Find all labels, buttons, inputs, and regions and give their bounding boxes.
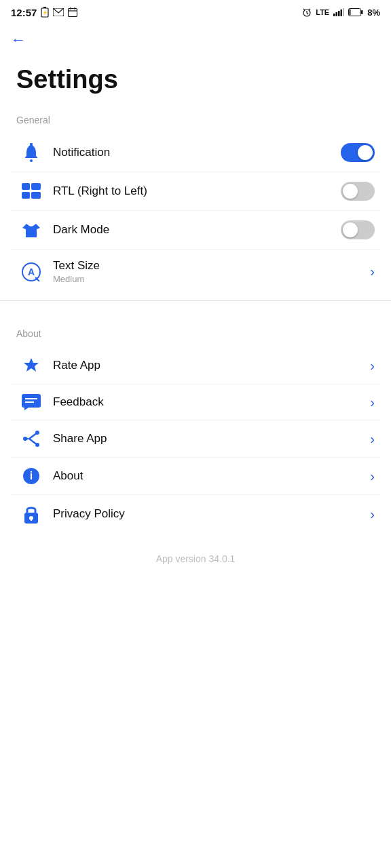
svg-rect-15 [338,11,340,16]
svg-rect-19 [361,10,363,14]
svg-rect-13 [333,14,335,16]
shareapp-item[interactable]: Share App › [11,420,380,458]
textsize-sublabel: Medium [53,274,363,284]
feedback-item[interactable]: Feedback › [11,384,380,420]
rateapp-chevron: › [370,358,375,374]
svg-line-11 [303,9,305,10]
svg-rect-1 [43,7,46,8]
about-chevron: › [370,469,375,484]
svg-rect-24 [31,183,41,190]
section-divider [0,300,391,301]
chevron-right-icon: › [370,431,375,447]
darkmode-content: Dark Mode [46,223,341,237]
about-label: About [53,469,363,483]
textsize-chevron: › [370,264,375,279]
darkmode-toggle[interactable] [341,220,375,239]
back-arrow-icon: ← [11,31,26,48]
notification-toggle[interactable] [341,143,375,162]
toggle-knob [343,222,358,237]
textsize-icon: A [16,262,46,281]
share-icon [16,430,46,448]
rateapp-label: Rate App [53,359,363,372]
svg-text:⚡: ⚡ [42,9,48,16]
chevron-right-icon: › [370,507,375,522]
darkmode-label: Dark Mode [53,223,334,237]
darkmode-icon [16,221,46,239]
privacypolicy-item[interactable]: Privacy Policy › [11,495,380,533]
page-title: Settings [0,52,391,115]
general-settings-list: Notification RTL (Right to Left) [0,134,391,294]
notification-label: Notification [53,146,334,159]
back-button[interactable]: ← [0,24,37,52]
svg-text:A: A [28,267,35,277]
calendar-icon [68,7,77,17]
svg-point-21 [30,159,33,162]
battery-percent: 8% [367,7,380,18]
privacypolicy-label: Privacy Policy [53,507,363,521]
notification-item[interactable]: Notification [11,134,380,172]
mail-icon [53,8,64,16]
svg-line-10 [307,13,308,14]
chevron-right-icon: › [370,264,375,279]
about-settings-list: Rate App › Feedback › [0,347,391,533]
status-time: 12:57 [11,7,37,18]
chevron-right-icon: › [370,469,375,484]
rtl-label: RTL (Right to Left) [53,184,334,198]
feedback-label: Feedback [53,395,363,409]
lte-indicator: LTE [316,8,329,16]
section-gap [0,315,391,328]
svg-rect-41 [31,518,32,521]
notification-icon [16,143,46,162]
status-left: 12:57 ⚡ [11,7,77,18]
rtl-toggle[interactable] [341,182,375,201]
textsize-item[interactable]: A Text Size Medium › [11,250,380,294]
textsize-label: Text Size [53,259,363,273]
status-right: LTE 8% [302,7,380,18]
svg-rect-22 [30,143,33,145]
feedback-chevron: › [370,395,375,410]
about-content: About [46,469,370,483]
svg-rect-30 [22,394,41,408]
svg-rect-20 [350,9,351,16]
about-icon: i [16,467,46,485]
rateapp-content: Rate App [46,359,370,372]
darkmode-toggle-control[interactable] [341,220,375,239]
privacypolicy-content: Privacy Policy [46,507,370,521]
app-version: App version 34.0.1 [0,533,391,578]
svg-rect-25 [22,192,30,199]
alarm-icon [302,7,312,17]
privacypolicy-chevron: › [370,507,375,522]
rateapp-item[interactable]: Rate App › [11,347,380,384]
battery-saver-icon: ⚡ [41,7,49,18]
feedback-content: Feedback [46,395,370,409]
toggle-knob [343,184,358,199]
status-bar: 12:57 ⚡ LTE [0,0,391,24]
about-item[interactable]: i About › [11,458,380,495]
svg-rect-14 [336,12,338,16]
rtl-toggle-control[interactable] [341,182,375,201]
rtl-icon [16,183,46,199]
star-icon [16,357,46,374]
textsize-content: Text Size Medium [46,259,370,284]
svg-line-12 [309,9,310,10]
shareapp-label: Share App [53,432,363,446]
shareapp-chevron: › [370,431,375,447]
signal-icon [333,8,344,16]
svg-marker-29 [24,358,39,372]
svg-point-34 [35,431,39,435]
svg-point-35 [35,443,39,447]
rtl-item[interactable]: RTL (Right to Left) [11,172,380,211]
section-header-about: About [0,328,391,347]
svg-point-36 [23,437,27,441]
darkmode-item[interactable]: Dark Mode [11,211,380,250]
svg-rect-26 [31,192,41,199]
notification-toggle-control[interactable] [341,143,375,162]
svg-rect-23 [22,183,30,190]
svg-rect-4 [69,9,77,17]
section-header-general: General [0,115,391,134]
shareapp-content: Share App [46,432,370,446]
toggle-knob [358,145,373,160]
svg-text:i: i [30,470,33,481]
battery-icon [348,8,363,16]
notification-content: Notification [46,146,341,159]
